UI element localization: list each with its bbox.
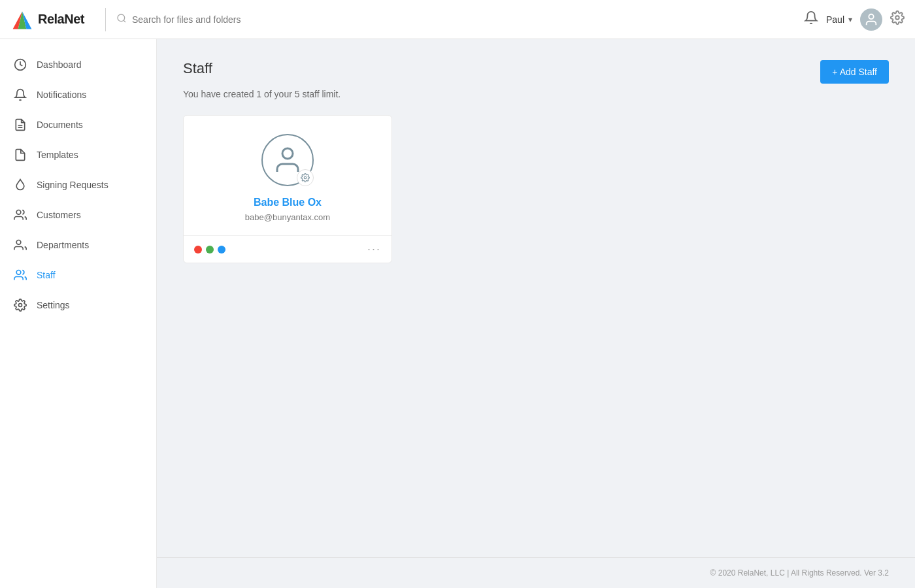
user-chevron-icon: ▾ xyxy=(848,15,852,24)
svg-point-14 xyxy=(19,304,22,307)
svg-point-6 xyxy=(869,14,873,18)
sidebar-label-staff: Staff xyxy=(37,270,56,280)
svg-point-4 xyxy=(118,14,125,22)
header-divider xyxy=(105,8,106,31)
status-dot-green xyxy=(206,246,214,253)
svg-line-5 xyxy=(124,20,125,22)
status-dot-blue xyxy=(218,246,225,253)
sidebar-item-documents[interactable]: Documents xyxy=(0,110,156,140)
avatar[interactable] xyxy=(860,8,882,31)
logo-text: RelaNet xyxy=(38,12,84,27)
main-content: Staff + Add Staff You have created 1 of … xyxy=(157,39,915,557)
staff-icon xyxy=(13,268,27,282)
page-title: Staff xyxy=(183,60,212,77)
svg-point-15 xyxy=(282,148,293,159)
sidebar-item-departments[interactable]: Departments xyxy=(0,230,156,260)
logo-area: RelaNet xyxy=(10,8,84,31)
sidebar-label-signing-requests: Signing Requests xyxy=(37,180,108,190)
main-layout: Dashboard Notifications Documents Templa… xyxy=(0,39,915,588)
sidebar-label-templates: Templates xyxy=(37,150,78,160)
header-settings-icon[interactable] xyxy=(890,10,905,28)
staff-gear-icon[interactable] xyxy=(297,169,314,186)
staff-cards-grid: Babe Blue Ox babe@bunyantax.com ··· xyxy=(183,115,889,263)
sidebar-label-customers: Customers xyxy=(37,210,81,220)
dashboard-icon xyxy=(13,57,27,72)
card-body: Babe Blue Ox babe@bunyantax.com xyxy=(184,116,391,235)
footer-copyright: © 2020 RelaNet, LLC | All Rights Reserve… xyxy=(710,568,889,578)
customers-icon xyxy=(13,208,27,222)
status-dot-red xyxy=(194,246,202,253)
app-header: RelaNet Paul ▾ xyxy=(0,0,915,39)
sidebar-label-departments: Departments xyxy=(37,240,89,250)
status-dots xyxy=(194,246,225,253)
user-menu[interactable]: Paul ▾ xyxy=(826,14,852,25)
notification-bell-icon[interactable] xyxy=(804,10,818,28)
logo-icon xyxy=(10,8,34,31)
signing-requests-icon xyxy=(13,178,27,192)
notifications-icon xyxy=(13,88,27,102)
header-right: Paul ▾ xyxy=(804,8,905,31)
staff-avatar-wrap xyxy=(261,134,314,186)
sidebar-label-dashboard: Dashboard xyxy=(37,59,82,70)
sidebar-label-documents: Documents xyxy=(37,120,83,130)
templates-icon xyxy=(13,148,27,162)
footer: © 2020 RelaNet, LLC | All Rights Reserve… xyxy=(157,557,915,588)
svg-point-7 xyxy=(895,16,899,20)
page-subtitle: You have created 1 of your 5 staff limit… xyxy=(183,89,889,99)
settings-nav-icon xyxy=(13,298,27,312)
sidebar: Dashboard Notifications Documents Templa… xyxy=(0,39,157,588)
sidebar-item-customers[interactable]: Customers xyxy=(0,200,156,230)
svg-point-11 xyxy=(16,210,21,215)
staff-name: Babe Blue Ox xyxy=(254,197,322,208)
svg-point-16 xyxy=(304,176,307,179)
user-name-label: Paul xyxy=(826,14,844,25)
staff-email: babe@bunyantax.com xyxy=(245,212,330,222)
page-header: Staff + Add Staff xyxy=(183,60,889,84)
svg-point-12 xyxy=(16,240,21,245)
departments-icon xyxy=(13,238,27,252)
sidebar-item-templates[interactable]: Templates xyxy=(0,140,156,170)
search-input[interactable] xyxy=(132,14,328,25)
search-icon xyxy=(116,13,127,26)
documents-icon xyxy=(13,118,27,132)
search-area xyxy=(116,13,804,26)
staff-card: Babe Blue Ox babe@bunyantax.com ··· xyxy=(183,115,392,263)
sidebar-item-signing-requests[interactable]: Signing Requests xyxy=(0,170,156,200)
sidebar-label-settings: Settings xyxy=(37,300,70,310)
card-more-menu[interactable]: ··· xyxy=(367,242,381,256)
sidebar-item-settings[interactable]: Settings xyxy=(0,290,156,320)
card-footer: ··· xyxy=(184,235,391,263)
add-staff-button[interactable]: + Add Staff xyxy=(820,60,889,84)
svg-point-13 xyxy=(16,270,21,275)
sidebar-label-notifications: Notifications xyxy=(37,90,86,100)
sidebar-item-staff[interactable]: Staff xyxy=(0,260,156,290)
page-wrapper: Staff + Add Staff You have created 1 of … xyxy=(157,39,915,588)
sidebar-item-notifications[interactable]: Notifications xyxy=(0,80,156,110)
sidebar-item-dashboard[interactable]: Dashboard xyxy=(0,50,156,80)
